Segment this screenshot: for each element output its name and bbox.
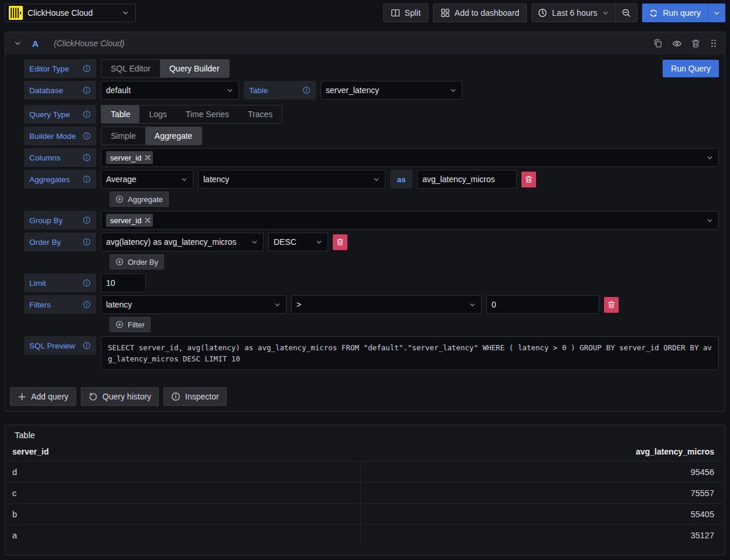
split-label: Split [405, 8, 421, 18]
editor-type-option-query-builder[interactable]: Query Builder [160, 60, 229, 77]
remove-chip-icon[interactable] [145, 217, 151, 223]
order-by-direction-select[interactable]: DESC [268, 233, 328, 251]
info-icon[interactable] [83, 86, 91, 94]
run-query-split-button: Run query [642, 4, 725, 22]
remove-filter-button[interactable] [604, 297, 619, 313]
aggregate-function-select[interactable]: Average [101, 170, 193, 189]
query-type-option-traces[interactable]: Traces [238, 105, 282, 123]
chevron-down-icon [13, 39, 22, 47]
column-header-avg-latency-micros[interactable]: avg_latency_micros [361, 447, 724, 456]
plus-circle-icon [115, 258, 124, 266]
group-by-multiselect[interactable]: server_id [101, 211, 719, 230]
drag-handle-icon[interactable] [709, 39, 718, 48]
builder-mode-option-aggregate[interactable]: Aggregate [145, 127, 202, 145]
add-to-dashboard-label: Add to dashboard [455, 8, 520, 18]
info-icon[interactable] [83, 175, 91, 183]
remove-query-button[interactable] [691, 39, 700, 48]
columns-row: Columns server_id [24, 148, 719, 167]
aggregate-alias-input[interactable] [417, 170, 517, 189]
database-table-row: Database default Table server_latency [24, 81, 719, 100]
explore-footer: Add query Query history Inspector [5, 373, 725, 411]
run-query-inline-button[interactable]: Run Query [663, 60, 719, 77]
query-type-option-logs[interactable]: Logs [139, 105, 176, 123]
order-by-field-select[interactable]: avg(latency) as avg_latency_micros [101, 233, 264, 251]
results-table: server_id avg_latency_micros d 95456 c 7… [6, 443, 724, 545]
sql-preview-label: SQL Preview [24, 336, 96, 355]
editor-type-row: Editor Type SQL Editor Query Builder Run… [24, 59, 719, 78]
add-aggregate-button[interactable]: Aggregate [110, 192, 169, 207]
query-type-switch: Table Logs Time Series Traces [101, 105, 282, 124]
info-icon[interactable] [83, 238, 91, 246]
builder-mode-switch: Simple Aggregate [101, 127, 202, 145]
query-type-option-table[interactable]: Table [101, 105, 139, 123]
table-row[interactable]: d 95456 [6, 461, 724, 482]
query-history-button[interactable]: Query history [81, 387, 159, 406]
eye-icon [672, 39, 682, 49]
filters-row: Filters latency > [24, 295, 719, 314]
info-icon[interactable] [83, 153, 91, 162]
column-header-server-id[interactable]: server_id [6, 447, 361, 456]
query-ref-id[interactable]: A [32, 39, 39, 49]
explore-toolbar: ClickHouse Cloud Split Add to dashboard … [0, 0, 730, 26]
chevron-down-icon [180, 176, 188, 183]
hide-query-button[interactable] [672, 39, 682, 49]
info-icon[interactable] [83, 279, 91, 287]
database-select[interactable]: default [101, 81, 239, 100]
editor-type-option-sql-editor[interactable]: SQL Editor [101, 60, 160, 77]
time-range-button[interactable]: Last 6 hours [532, 4, 615, 22]
collapse-query-button[interactable] [13, 39, 22, 47]
info-icon[interactable] [83, 342, 91, 350]
info-icon[interactable] [83, 132, 91, 140]
group-by-label: Group By [24, 211, 96, 230]
chevron-down-icon [706, 217, 714, 224]
filter-value-input[interactable] [486, 295, 599, 314]
limit-input[interactable] [101, 274, 146, 292]
info-icon[interactable] [83, 301, 91, 309]
order-by-row: Order By avg(latency) as avg_latency_mic… [24, 233, 719, 251]
chevron-down-icon [226, 87, 234, 94]
copy-icon [653, 39, 663, 48]
run-query-options-button[interactable] [708, 4, 725, 22]
builder-mode-option-simple[interactable]: Simple [101, 127, 145, 145]
chevron-down-icon [121, 9, 129, 17]
selected-chip: server_id [106, 151, 153, 164]
zoom-out-time-button[interactable] [615, 4, 637, 22]
datasource-picker[interactable]: ClickHouse Cloud [5, 4, 136, 22]
remove-order-by-button[interactable] [333, 234, 347, 250]
query-editor-header: A (ClickHouse Cloud) [5, 32, 725, 54]
info-icon[interactable] [83, 110, 91, 118]
info-icon[interactable] [83, 216, 91, 224]
query-type-row: Query Type Table Logs Time Series Traces [24, 105, 719, 124]
add-to-dashboard-button[interactable]: Add to dashboard [433, 4, 527, 22]
split-button[interactable]: Split [383, 4, 428, 22]
inspector-button[interactable]: Inspector [163, 387, 227, 406]
query-type-option-time-series[interactable]: Time Series [176, 105, 238, 123]
duplicate-query-button[interactable] [653, 39, 663, 48]
chevron-down-icon [706, 154, 714, 162]
query-type-label: Query Type [24, 105, 96, 124]
add-order-by-button[interactable]: Order By [110, 254, 164, 269]
table-row[interactable]: c 75557 [6, 482, 724, 503]
limit-row: Limit [24, 274, 719, 292]
add-query-button[interactable]: Add query [10, 387, 76, 406]
aggregate-column-select[interactable]: latency [198, 170, 386, 189]
table-row[interactable]: b 55405 [6, 503, 724, 524]
query-datasource-hint: (ClickHouse Cloud) [54, 39, 125, 48]
columns-multiselect[interactable]: server_id [101, 148, 719, 167]
trash-icon [336, 238, 344, 246]
filter-field-select[interactable]: latency [101, 295, 286, 314]
sql-preview-code: SELECT server_id, avg(latency) as avg_la… [101, 336, 719, 370]
filters-label: Filters [24, 295, 96, 314]
run-query-button[interactable]: Run query [642, 4, 708, 22]
clickhouse-logo-icon [9, 6, 23, 20]
remove-chip-icon[interactable] [145, 155, 151, 161]
info-icon[interactable] [302, 86, 311, 94]
editor-type-switch: SQL Editor Query Builder [101, 59, 230, 78]
add-filter-button[interactable]: Filter [110, 317, 151, 332]
info-icon[interactable] [83, 64, 91, 73]
remove-aggregate-button[interactable] [521, 172, 536, 187]
table-row[interactable]: a 35127 [6, 524, 724, 545]
columns-label: Columns [24, 148, 96, 167]
table-select[interactable]: server_latency [320, 81, 462, 100]
filter-operator-select[interactable]: > [291, 295, 482, 314]
